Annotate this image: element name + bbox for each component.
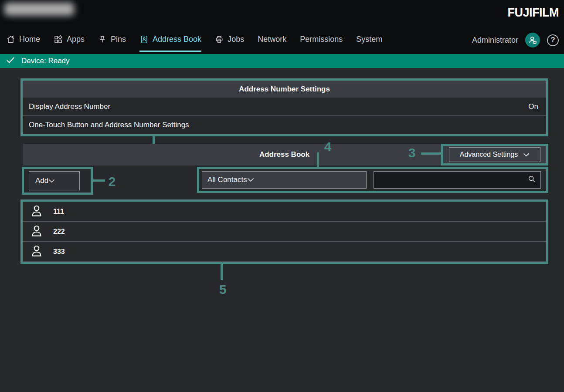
person-icon <box>31 244 43 259</box>
callout-2-number: 2 <box>105 175 119 188</box>
callout-5-number: 5 <box>215 283 230 296</box>
contacts-search-box <box>374 171 541 189</box>
device-web-ui: FUJIFILM Home Apps <box>0 0 564 392</box>
display-address-number-value: On <box>528 102 538 111</box>
fujifilm-logo: FUJIFILM <box>508 6 559 20</box>
contact-row[interactable]: 111 <box>23 202 546 222</box>
nav-item-label: Home <box>19 35 40 44</box>
callout-5-connector <box>221 264 223 280</box>
home-icon <box>6 35 15 44</box>
nav-item-address-book[interactable]: Address Book <box>139 27 201 52</box>
person-icon <box>31 224 43 239</box>
nav-item-pins[interactable]: Pins <box>98 27 126 52</box>
administrator-account-icon[interactable] <box>525 33 540 47</box>
nav-item-apps[interactable]: Apps <box>54 27 85 52</box>
search-input[interactable] <box>378 172 527 188</box>
nav-item-label: Network <box>258 35 286 44</box>
nav-item-network[interactable]: Network <box>258 27 286 52</box>
contact-row[interactable]: 333 <box>23 242 546 262</box>
add-label: Add <box>35 176 48 185</box>
printer-icon <box>215 35 224 44</box>
pin-icon <box>98 35 107 44</box>
address-book-icon <box>139 35 149 44</box>
nav-items: Home Apps Pins <box>6 27 382 52</box>
check-icon <box>6 56 15 66</box>
callout-3-connector <box>421 152 441 155</box>
main-nav: Home Apps Pins <box>0 27 564 54</box>
address-book-title: Address Book <box>259 150 309 159</box>
contact-name: 222 <box>53 228 65 236</box>
nav-item-home[interactable]: Home <box>6 27 40 52</box>
nav-item-system[interactable]: System <box>356 27 382 52</box>
contacts-filter-value: All Contacts <box>207 176 247 184</box>
nav-item-permissions[interactable]: Permissions <box>300 27 343 52</box>
address-number-settings-title: Address Number Settings <box>23 81 546 98</box>
callout-2-connector <box>93 179 105 182</box>
chevron-down-icon <box>247 176 254 184</box>
advanced-settings-label: Advanced Settings <box>460 151 518 159</box>
display-address-number-row[interactable]: Display Address Number On <box>23 98 546 116</box>
search-icon[interactable] <box>527 175 536 185</box>
nav-item-label: Pins <box>111 35 126 44</box>
help-glyph: ? <box>550 36 555 44</box>
nav-item-jobs[interactable]: Jobs <box>215 27 244 52</box>
callout-box-1-address-number-settings: Address Number Settings Display Address … <box>20 78 548 136</box>
chevron-down-icon <box>48 176 55 185</box>
device-name-redacted <box>4 3 74 16</box>
callout-box-4-filter-search: All Contacts <box>197 167 548 193</box>
status-text: Device: Ready <box>21 57 70 65</box>
nav-right: Administrator ? <box>472 27 559 52</box>
device-status-bar: Device: Ready <box>0 54 564 68</box>
contact-name: 111 <box>53 208 64 216</box>
callout-4-number: 4 <box>320 140 335 153</box>
callout-box-3-advanced-settings: Advanced Settings <box>441 144 548 166</box>
add-button[interactable]: Add <box>29 171 80 190</box>
nav-item-label: Address Book <box>153 35 201 44</box>
chevron-down-icon <box>523 151 530 159</box>
advanced-settings-button[interactable]: Advanced Settings <box>449 147 540 162</box>
callout-box-2-add: Add <box>22 167 93 195</box>
callout-box-5-contact-list: 111 222 333 <box>20 199 548 264</box>
user-role-label: Administrator <box>472 36 518 45</box>
person-icon <box>31 204 43 219</box>
contact-name: 333 <box>53 248 65 256</box>
contacts-filter-select[interactable]: All Contacts <box>202 171 367 189</box>
nav-item-label: System <box>356 35 382 44</box>
nav-item-label: Permissions <box>300 35 343 44</box>
callout-3-number: 3 <box>404 146 419 159</box>
row-label: Display Address Number <box>29 102 110 111</box>
nav-item-label: Jobs <box>228 35 244 44</box>
nav-item-label: Apps <box>67 35 85 44</box>
top-header: FUJIFILM <box>0 0 564 27</box>
one-touch-button-settings-row[interactable]: One-Touch Button and Address Number Sett… <box>23 116 546 134</box>
row-label: One-Touch Button and Address Number Sett… <box>29 121 189 129</box>
apps-icon <box>54 35 63 44</box>
help-icon[interactable]: ? <box>547 34 559 46</box>
contact-row[interactable]: 222 <box>23 222 546 242</box>
callout-4-connector <box>317 152 319 167</box>
